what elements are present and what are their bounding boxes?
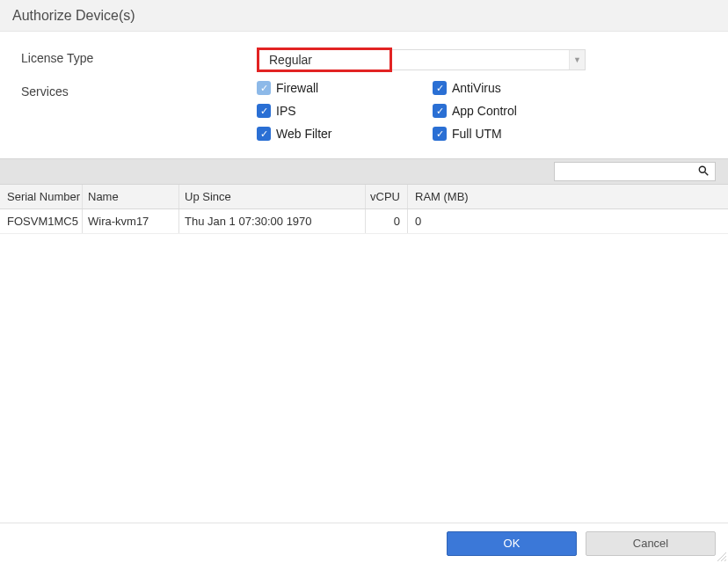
services-grid: ✓ Firewall ✓ AntiVirus ✓ IPS ✓ App Contr… bbox=[257, 81, 714, 141]
checkbox-icon: ✓ bbox=[433, 127, 447, 141]
license-type-selected: Regular bbox=[260, 53, 312, 67]
label-license-type: License Type bbox=[21, 46, 257, 65]
chevron-down-icon[interactable]: ▼ bbox=[569, 50, 585, 69]
license-type-tail: ▼ bbox=[392, 49, 586, 70]
dialog-footer: OK Cancel bbox=[0, 523, 728, 563]
col-vcpu[interactable]: vCPU bbox=[366, 185, 408, 208]
cancel-button[interactable]: Cancel bbox=[586, 531, 716, 556]
table-header: Serial Number Name Up Since vCPU RAM (MB… bbox=[0, 185, 728, 209]
table-row[interactable]: FOSVM1MC5 Wira-kvm17 Thu Jan 1 07:30:00 … bbox=[0, 209, 728, 234]
col-since[interactable]: Up Since bbox=[179, 185, 366, 208]
checkbox-icon: ✓ bbox=[433, 104, 447, 118]
cell-ram: 0 bbox=[408, 209, 698, 233]
service-ips[interactable]: ✓ IPS bbox=[257, 104, 433, 118]
service-label: Web Filter bbox=[276, 127, 332, 141]
checkbox-icon: ✓ bbox=[433, 81, 447, 95]
row-services: Services ✓ Firewall ✓ AntiVirus ✓ IPS ✓ … bbox=[21, 79, 714, 143]
service-appcontrol[interactable]: ✓ App Control bbox=[433, 104, 608, 118]
service-label: Full UTM bbox=[452, 127, 502, 141]
value-license-type: Regular ▼ bbox=[257, 46, 714, 74]
service-antivirus[interactable]: ✓ AntiVirus bbox=[433, 81, 608, 95]
service-label: IPS bbox=[276, 104, 296, 118]
table-toolbar bbox=[0, 158, 728, 185]
cell-name: Wira-kvm17 bbox=[83, 209, 179, 233]
license-type-highlight: Regular bbox=[257, 48, 392, 72]
resize-grip-icon[interactable] bbox=[717, 552, 726, 561]
svg-point-0 bbox=[699, 166, 705, 172]
search-input[interactable] bbox=[554, 162, 716, 181]
checkbox-icon: ✓ bbox=[257, 127, 271, 141]
service-label: App Control bbox=[452, 104, 517, 118]
value-services: ✓ Firewall ✓ AntiVirus ✓ IPS ✓ App Contr… bbox=[257, 79, 714, 143]
cell-since: Thu Jan 1 07:30:00 1970 bbox=[179, 209, 366, 233]
col-name[interactable]: Name bbox=[83, 185, 179, 208]
cell-serial: FOSVM1MC5 bbox=[0, 209, 83, 233]
cell-vcpu: 0 bbox=[366, 209, 408, 233]
device-table: Serial Number Name Up Since vCPU RAM (MB… bbox=[0, 158, 728, 234]
col-serial[interactable]: Serial Number bbox=[0, 185, 83, 208]
col-ram[interactable]: RAM (MB) bbox=[408, 185, 698, 208]
service-fullutm[interactable]: ✓ Full UTM bbox=[433, 127, 608, 141]
label-services: Services bbox=[21, 79, 257, 99]
ok-button[interactable]: OK bbox=[447, 531, 577, 556]
license-type-select[interactable]: Regular ▼ bbox=[257, 48, 714, 72]
search-icon bbox=[697, 165, 710, 179]
svg-line-1 bbox=[705, 172, 709, 175]
service-label: Firewall bbox=[276, 81, 318, 95]
row-license-type: License Type Regular ▼ bbox=[21, 46, 714, 74]
checkbox-icon: ✓ bbox=[257, 81, 271, 95]
service-label: AntiVirus bbox=[452, 81, 501, 95]
form-area: License Type Regular ▼ Services ✓ Firewa… bbox=[0, 32, 728, 155]
service-webfilter[interactable]: ✓ Web Filter bbox=[257, 127, 433, 141]
checkbox-icon: ✓ bbox=[257, 104, 271, 118]
service-firewall[interactable]: ✓ Firewall bbox=[257, 81, 433, 95]
dialog-titlebar: Authorize Device(s) bbox=[0, 0, 728, 32]
dialog-title: Authorize Device(s) bbox=[12, 8, 135, 24]
svg-line-4 bbox=[724, 559, 726, 561]
